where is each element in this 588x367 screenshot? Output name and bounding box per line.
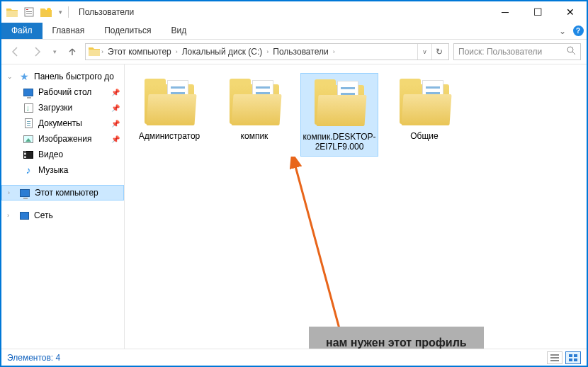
window-controls: ─ ☐ ✕ (489, 1, 587, 23)
folder-icon (310, 77, 368, 129)
explorer-window: ▾ Пользователи ─ ☐ ✕ Файл Главная Подели… (0, 0, 588, 367)
folder-icon (140, 76, 198, 128)
folder-label: Администратор (139, 131, 200, 141)
pin-icon: 📌 (111, 104, 120, 112)
quick-access-toolbar: ▾ (4, 4, 65, 20)
svg-point-5 (567, 47, 573, 52)
sidebar-quick-access[interactable]: ⌄ ★ Панель быстрого до (1, 69, 124, 84)
folder-icon (225, 76, 283, 128)
navigation-pane: ⌄ ★ Панель быстрого до Рабочий стол 📌 За… (1, 64, 125, 349)
svg-rect-2 (26, 11, 32, 12)
maximize-button[interactable]: ☐ (521, 1, 554, 23)
folder-item[interactable]: Общие (385, 73, 463, 157)
help-button[interactable]: ? (570, 23, 587, 39)
view-icons-button[interactable] (565, 351, 581, 364)
sidebar-label: Музыка (38, 165, 68, 175)
svg-rect-14 (574, 358, 577, 361)
address-dropdown-icon[interactable]: v (417, 44, 431, 60)
sidebar-item-documents[interactable]: Документы 📌 (1, 115, 124, 131)
status-bar: Элементов: 4 (1, 349, 587, 366)
folder-icon (395, 76, 453, 128)
svg-line-7 (295, 164, 341, 334)
sidebar-label: Сеть (34, 210, 53, 220)
ribbon-tabs: Файл Главная Поделиться Вид ⌄ ? (1, 23, 587, 40)
sidebar-item-downloads[interactable]: Загрузки 📌 (1, 100, 124, 115)
svg-rect-8 (550, 354, 559, 356)
svg-rect-1 (26, 9, 28, 10)
help-icon: ? (573, 26, 584, 36)
folder-icon (4, 4, 20, 20)
sidebar-label: Изображения (38, 134, 91, 144)
svg-rect-11 (569, 354, 572, 357)
qat-dropdown-icon[interactable]: ▾ (55, 4, 65, 20)
close-button[interactable]: ✕ (554, 1, 587, 23)
properties-icon[interactable] (21, 4, 37, 20)
sidebar-network[interactable]: › Сеть (1, 208, 124, 223)
sidebar-label: Рабочий стол (38, 87, 91, 97)
sidebar-label: Панель быстрого до (34, 72, 114, 81)
sidebar-item-videos[interactable]: Видео (1, 147, 124, 162)
folder-item[interactable]: Администратор (130, 73, 208, 157)
up-button[interactable] (64, 43, 81, 60)
sidebar-this-pc[interactable]: › Этот компьютер (1, 185, 124, 201)
breadcrumb-item[interactable]: Локальный диск (C:) (179, 47, 266, 57)
search-icon[interactable] (567, 46, 576, 57)
annotation-caption: нам нужен этот профиль (309, 327, 484, 349)
search-box[interactable]: Поиск: Пользователи (453, 43, 581, 60)
folder-list: Администратор компик компик.DESKTOP-2EI7… (130, 73, 581, 157)
expand-icon[interactable]: › (8, 189, 15, 196)
search-placeholder: Поиск: Пользователи (458, 47, 542, 57)
sidebar-label: Видео (38, 149, 63, 159)
refresh-button[interactable]: ↻ (431, 44, 446, 60)
tab-home[interactable]: Главная (43, 23, 95, 39)
tab-share[interactable]: Поделиться (94, 23, 161, 39)
folder-label: Общие (410, 131, 438, 141)
separator (68, 6, 69, 18)
pin-icon: 📌 (111, 120, 120, 128)
sidebar-item-pictures[interactable]: Изображения 📌 (1, 131, 124, 147)
address-bar[interactable]: › Этот компьютер › Локальный диск (C:) ›… (85, 43, 449, 60)
minimize-button[interactable]: ─ (489, 1, 521, 23)
recent-dropdown-icon[interactable]: ▾ (50, 43, 60, 60)
music-icon: ♪ (23, 164, 34, 176)
folder-item[interactable]: компик.DESKTOP-2EI7LF9.000 (300, 73, 378, 157)
videos-icon (23, 149, 34, 160)
sidebar-item-music[interactable]: ♪ Музыка (1, 162, 124, 178)
pin-icon: 📌 (111, 135, 120, 143)
svg-rect-13 (569, 358, 572, 361)
breadcrumb-item[interactable]: Этот компьютер (105, 47, 174, 57)
tab-file[interactable]: Файл (1, 23, 43, 39)
breadcrumb-item[interactable]: Пользователи (270, 47, 331, 57)
svg-rect-3 (26, 13, 32, 14)
expand-icon[interactable]: › (7, 212, 14, 219)
navigation-bar: ▾ › Этот компьютер › Локальный диск (C:)… (1, 40, 587, 64)
view-details-button[interactable] (547, 351, 562, 364)
pictures-icon (23, 133, 34, 145)
svg-point-4 (47, 8, 51, 12)
content-pane[interactable]: Администратор компик компик.DESKTOP-2EI7… (125, 64, 587, 349)
ribbon-expand-icon[interactable]: ⌄ (555, 23, 570, 39)
sidebar-label: Загрузки (38, 103, 72, 113)
body: ⌄ ★ Панель быстрого до Рабочий стол 📌 За… (1, 64, 587, 349)
network-icon (18, 210, 30, 221)
folder-item[interactable]: компик (215, 73, 293, 157)
chevron-right-icon[interactable]: › (101, 48, 103, 55)
computer-icon (19, 187, 30, 198)
sidebar-label: Этот компьютер (35, 188, 98, 198)
annotation-arrow (288, 157, 373, 341)
pin-icon: 📌 (111, 89, 120, 96)
chevron-right-icon[interactable]: › (176, 48, 178, 55)
desktop-icon (23, 86, 34, 98)
svg-rect-12 (574, 354, 577, 357)
status-text: Элементов: 4 (7, 353, 60, 363)
back-button[interactable] (7, 43, 24, 60)
tab-view[interactable]: Вид (161, 23, 196, 39)
chevron-right-icon[interactable]: › (333, 48, 335, 55)
sidebar-item-desktop[interactable]: Рабочий стол 📌 (1, 84, 124, 100)
forward-button[interactable] (28, 43, 45, 60)
chevron-right-icon[interactable]: › (266, 48, 268, 55)
documents-icon (23, 118, 34, 129)
new-folder-icon[interactable] (38, 4, 54, 20)
collapse-icon[interactable]: ⌄ (7, 73, 14, 80)
star-icon: ★ (18, 71, 30, 82)
